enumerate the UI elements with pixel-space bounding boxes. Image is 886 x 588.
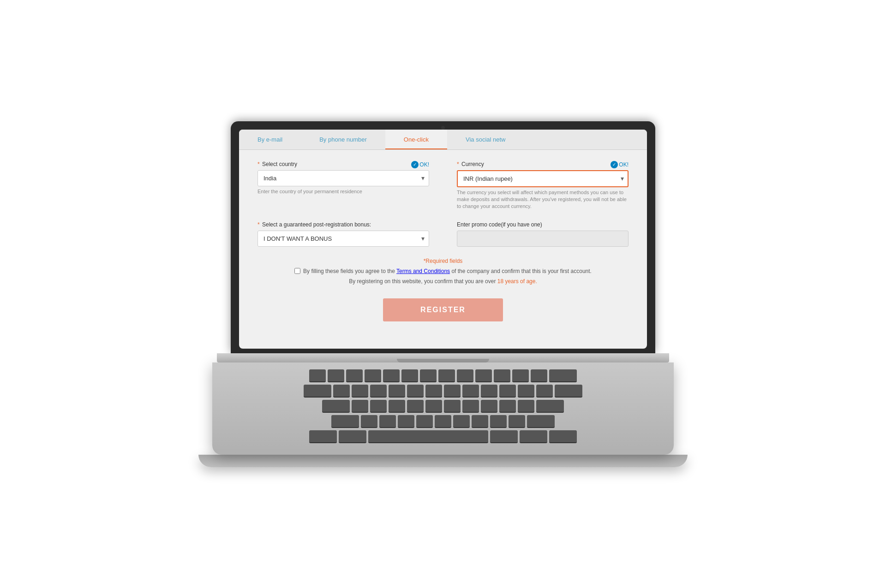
key [425,400,442,413]
key [420,369,437,382]
key-row-4 [240,415,646,428]
key [328,369,344,382]
laptop-hinge [217,353,669,362]
key [509,415,525,428]
key [490,430,518,443]
key [370,385,387,398]
key [339,430,366,443]
country-ok-badge: ✓ OK! [411,161,429,168]
camera-dot [441,126,445,130]
spacebar-key [368,430,488,443]
currency-check-icon: ✓ [611,161,618,168]
key [536,400,564,413]
country-label: * Select country [257,161,429,167]
key [352,400,368,413]
key [407,400,424,413]
laptop-scene: By e-mail By phone number One-click Via … [189,121,697,467]
key [555,385,582,398]
key [304,385,331,398]
key [462,400,479,413]
agreement-text: By filling these fields you agree to the… [303,268,592,274]
key [309,369,326,382]
key [512,369,529,382]
key [331,415,359,428]
currency-ok-badge: ✓ OK! [611,161,629,168]
tab-email[interactable]: By e-mail [239,130,301,149]
country-check-icon: ✓ [411,161,419,168]
currency-select[interactable]: INR (Indian rupee) [457,170,629,187]
key [520,430,547,443]
key [333,385,350,398]
bonus-select-wrapper: I DON'T WANT A BONUS [257,231,429,247]
bonus-select[interactable]: I DON'T WANT A BONUS [257,231,429,247]
age-highlight: 18 years of age. [497,278,537,285]
key [475,369,492,382]
currency-hint: The currency you select will affect whic… [457,189,629,210]
key [389,400,405,413]
key [322,400,350,413]
required-note: *Required fields [257,258,629,264]
bonus-label: * Select a guaranteed post-registration … [257,221,429,228]
key [389,385,405,398]
key [346,369,363,382]
registration-tabs: By e-mail By phone number One-click Via … [239,130,647,150]
key [549,430,577,443]
key [365,369,381,382]
laptop-keyboard [212,362,674,455]
key [383,369,400,382]
tab-phone[interactable]: By phone number [301,130,385,149]
key [549,369,577,382]
promo-group: Enter promo code(if you have one) [457,221,629,247]
terms-checkbox[interactable] [294,268,300,274]
tab-oneclick[interactable]: One-click [385,130,447,149]
key [457,369,473,382]
key [453,415,470,428]
key [370,400,387,413]
key [472,415,488,428]
screen-content: By e-mail By phone number One-click Via … [239,130,647,349]
country-select-wrapper: India [257,170,429,186]
key [361,415,377,428]
key-row-3 [240,400,646,413]
terms-link[interactable]: Terms and Conditions [396,268,450,274]
key [462,385,479,398]
country-select[interactable]: India [257,170,429,186]
laptop-bottom [198,455,688,467]
currency-required: * [457,161,459,167]
key [536,385,553,398]
agreement-row: By filling these fields you agree to the… [257,268,629,274]
key [518,400,534,413]
key [494,369,510,382]
country-hint: Enter the country of your permanent resi… [257,188,429,195]
currency-label: * Currency [457,161,629,167]
country-required: * [257,161,260,167]
key [438,369,455,382]
screen-bezel: By e-mail By phone number One-click Via … [239,130,647,349]
key [435,415,451,428]
key [416,415,433,428]
bonus-required: * [257,221,260,228]
key [481,400,497,413]
registration-form: * Select country ✓ OK! India [239,150,647,333]
key [398,415,414,428]
key [527,415,555,428]
key [444,385,461,398]
currency-select-wrapper: INR (Indian rupee) [457,170,629,187]
tab-social[interactable]: Via social netw [447,130,524,149]
key-row-1 [240,369,646,382]
country-group: * Select country ✓ OK! India [257,161,429,210]
key-row-5 [240,430,646,443]
key [499,400,516,413]
key [401,369,418,382]
key [379,415,396,428]
key-row-2 [240,385,646,398]
row-country-currency: * Select country ✓ OK! India [257,161,629,210]
key [481,385,497,398]
age-notice: By registering on this website, you conf… [257,278,629,285]
register-button[interactable]: REGISTER [383,298,503,321]
key [444,400,461,413]
promo-input[interactable] [457,231,629,247]
key [518,385,534,398]
key [425,385,442,398]
promo-label: Enter promo code(if you have one) [457,221,629,228]
